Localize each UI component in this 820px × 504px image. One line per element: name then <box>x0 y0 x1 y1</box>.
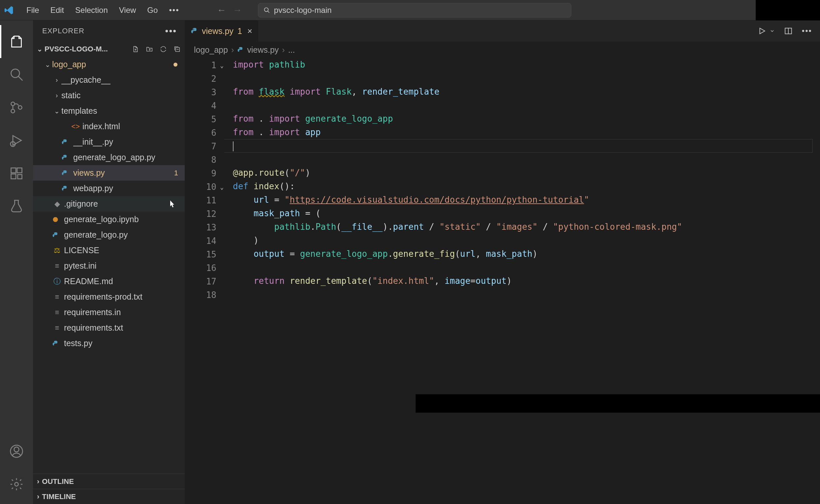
activity-settings-icon[interactable] <box>0 468 33 501</box>
menu-selection[interactable]: Selection <box>71 4 112 17</box>
tab-close-icon[interactable]: × <box>247 26 252 36</box>
search-icon <box>263 7 270 14</box>
tree-item-label: static <box>61 91 181 100</box>
new-file-icon[interactable] <box>131 45 140 53</box>
fold-icon[interactable]: ⌄ <box>220 59 224 72</box>
svg-rect-10 <box>17 168 22 173</box>
tree-file[interactable]: ≡requirements.txt <box>33 320 185 336</box>
explorer-folder-header[interactable]: ⌄ PVSCC-LOGO-M... <box>33 42 185 57</box>
tree-file[interactable]: ⚖LICENSE <box>33 243 185 258</box>
collapse-all-icon[interactable] <box>173 45 181 53</box>
outline-section[interactable]: › OUTLINE <box>33 474 185 489</box>
tree-item-label: generate_logo.py <box>64 230 181 240</box>
tree-item-label: pytest.ini <box>64 261 181 271</box>
titlebar: File Edit Selection View Go ••• ← → pvsc… <box>0 0 820 20</box>
tree-item-label: index.html <box>82 122 181 131</box>
svg-marker-24 <box>760 28 765 34</box>
activity-search-icon[interactable] <box>0 58 33 91</box>
tree-file[interactable]: ≡pytest.ini <box>33 258 185 274</box>
tree-item-label: webapp.py <box>73 184 181 193</box>
file-icon <box>52 340 62 347</box>
run-icon[interactable] <box>758 27 766 35</box>
titlebar-right-blank <box>756 0 820 20</box>
activity-scm-icon[interactable] <box>0 91 33 124</box>
menu-file[interactable]: File <box>22 4 44 17</box>
chevron-right-icon: › <box>37 492 39 501</box>
run-dropdown-icon[interactable] <box>770 28 775 34</box>
tree-item-label: __pycache__ <box>61 75 181 85</box>
tree-file[interactable]: generate_logo_app.py <box>33 150 185 165</box>
svg-point-2 <box>11 69 20 78</box>
activity-testing-icon[interactable] <box>0 190 33 223</box>
activity-debug-icon[interactable] <box>0 124 33 157</box>
chevron-down-icon: ⌄ <box>52 107 61 115</box>
tree-file[interactable]: <>index.html <box>33 119 185 134</box>
breadcrumb-item[interactable]: ... <box>288 45 295 55</box>
timeline-section[interactable]: › TIMELINE <box>33 489 185 504</box>
activity-extensions-icon[interactable] <box>0 157 33 190</box>
python-file-icon <box>191 27 198 35</box>
breadcrumb-item[interactable]: logo_app <box>194 45 228 55</box>
tree-file[interactable]: __init__.py <box>33 134 185 150</box>
nav-back-icon[interactable]: ← <box>217 5 226 15</box>
breadcrumbs[interactable]: logo_app › views.py › ... <box>185 42 820 58</box>
file-icon: ⚖ <box>52 246 62 255</box>
tab-filename: views.py <box>202 26 233 36</box>
line-gutter: 1⌄2345678910⌄1112131415161718 <box>185 58 224 504</box>
tree-folder[interactable]: ›__pycache__ <box>33 72 185 88</box>
activity-accounts-icon[interactable] <box>0 435 33 468</box>
file-icon: ≡ <box>52 293 62 301</box>
tree-item-label: templates <box>61 106 181 116</box>
file-icon: ⓘ <box>52 277 62 286</box>
tree-item-label: requirements.in <box>64 308 181 317</box>
code-editor[interactable]: 1⌄2345678910⌄1112131415161718 import pat… <box>185 58 820 504</box>
tree-file[interactable]: tests.py <box>33 336 185 351</box>
breadcrumb-item[interactable]: views.py <box>247 45 279 55</box>
tree-file[interactable]: generate_logo.ipynb <box>33 212 185 227</box>
svg-rect-9 <box>11 168 16 173</box>
split-editor-icon[interactable] <box>784 27 793 35</box>
svg-line-3 <box>18 76 23 81</box>
svg-point-0 <box>264 8 268 12</box>
menu-go[interactable]: Go <box>142 4 162 17</box>
tree-item-label: __init__.py <box>73 137 181 147</box>
overlay-black-bar <box>416 394 820 413</box>
tree-file[interactable]: views.py1 <box>33 165 185 181</box>
python-file-icon <box>237 46 244 53</box>
new-folder-icon[interactable] <box>145 45 154 53</box>
chevron-right-icon: › <box>52 76 61 84</box>
tree-folder[interactable]: ⌄logo_app <box>33 57 185 72</box>
tree-item-label: LICENSE <box>64 246 181 255</box>
explorer-more-icon[interactable]: ••• <box>165 26 177 36</box>
command-center[interactable]: pvscc-logo-main <box>258 3 571 17</box>
menu-more-icon[interactable]: ••• <box>164 4 184 17</box>
editor-more-icon[interactable]: ••• <box>802 26 812 36</box>
editor-area: views.py 1 × ••• <box>185 20 820 504</box>
nav-forward-icon[interactable]: → <box>233 5 242 15</box>
tree-file[interactable]: generate_logo.py <box>33 227 185 243</box>
svg-rect-11 <box>11 174 16 179</box>
vscode-logo-icon <box>4 5 14 15</box>
explorer-title: EXPLORER <box>42 27 84 35</box>
fold-icon[interactable]: ⌄ <box>220 180 224 194</box>
tree-file[interactable]: webapp.py <box>33 181 185 196</box>
file-icon <box>61 154 71 161</box>
activity-explorer-icon[interactable] <box>0 25 33 58</box>
tree-folder[interactable]: ›static <box>33 88 185 103</box>
tree-file[interactable]: ≡requirements-prod.txt <box>33 289 185 305</box>
command-center-text: pvscc-logo-main <box>274 6 332 15</box>
file-icon: ≡ <box>52 262 62 270</box>
menu-edit[interactable]: Edit <box>46 4 69 17</box>
tree-file[interactable]: ◆.gitignore <box>33 196 185 212</box>
tree-folder[interactable]: ⌄templates <box>33 103 185 119</box>
code-content[interactable]: import pathlibfrom flask import Flask, r… <box>224 58 820 504</box>
svg-point-4 <box>11 102 15 106</box>
tab-views-py[interactable]: views.py 1 × <box>185 20 258 42</box>
chevron-down-icon: ⌄ <box>37 45 43 53</box>
tree-file[interactable]: ⓘREADME.md <box>33 274 185 289</box>
menu-view[interactable]: View <box>114 4 141 17</box>
tree-item-label: README.md <box>64 277 181 286</box>
refresh-icon[interactable] <box>159 45 167 53</box>
file-icon <box>61 170 71 176</box>
tree-file[interactable]: ≡requirements.in <box>33 305 185 320</box>
